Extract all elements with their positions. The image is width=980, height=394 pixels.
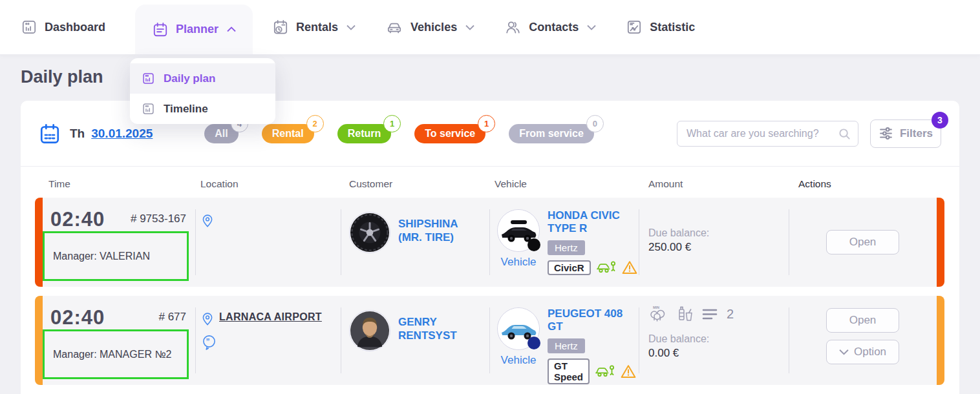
option-button-label: Option xyxy=(854,346,886,358)
vehicle-cell: Vehicle HONDA CIVIC TYPE R Hertz CivicR xyxy=(489,198,639,287)
nav-item-rentals[interactable]: Rentals xyxy=(272,19,356,36)
chip-count-badge: 1 xyxy=(478,115,495,132)
nav-label: Contacts xyxy=(529,21,579,34)
chevron-down-icon xyxy=(839,349,849,355)
chevron-down-icon xyxy=(587,25,596,30)
nav-item-contacts[interactable]: Contacts xyxy=(504,19,596,36)
open-button-label: Open xyxy=(849,314,877,327)
vehicle-color-dot xyxy=(527,238,540,251)
weekday-label: Th xyxy=(70,127,85,141)
column-header-vehicle: Vehicle xyxy=(489,178,639,190)
nav-item-vehicles[interactable]: Vehicles xyxy=(385,19,474,36)
customer-cell: SHIPSHINA (MR. TIRE) xyxy=(341,198,489,287)
table-row: 02:40 # 677 Manager: MANAGER №2 LARNACA … xyxy=(35,296,944,385)
nav-label: Vehicles xyxy=(410,21,457,34)
menu-item-daily-plan[interactable]: Daily plan xyxy=(130,63,275,94)
event-type-stripe xyxy=(35,198,43,287)
plate-badge: GT Speed xyxy=(548,358,590,384)
location-cell: LARNACA AIRPORT ” xyxy=(195,296,341,385)
open-button[interactable]: Open xyxy=(826,308,899,333)
vehicle-link[interactable]: Vehicle xyxy=(501,256,537,269)
nav-label: Dashboard xyxy=(45,21,105,34)
chip-label: From service xyxy=(519,128,584,140)
table-header: Time Location Customer Vehicle Amount Ac… xyxy=(35,178,944,190)
statistic-icon xyxy=(626,19,643,36)
rentals-icon xyxy=(272,19,289,36)
comment-icon[interactable]: ” xyxy=(202,335,217,352)
amount-cell: MIN xyxy=(639,296,789,385)
vehicle-link[interactable]: Vehicle xyxy=(501,354,537,367)
menu-item-label: Timeline xyxy=(164,103,208,116)
actions-cell: Open Option xyxy=(789,296,937,385)
option-button[interactable]: Option xyxy=(826,340,899,364)
company-badge: Hertz xyxy=(548,240,585,255)
balloons-icon: MIN xyxy=(648,305,668,323)
daily-plan-card: Th 30.01.2025 All 4 Rental 2 Return 1 To… xyxy=(21,101,959,394)
customer-avatar-tire[interactable] xyxy=(349,212,390,253)
chip-rental[interactable]: Rental 2 xyxy=(262,124,314,143)
chevron-down-icon xyxy=(465,25,474,30)
planner-icon xyxy=(152,21,169,38)
extras-count: 2 xyxy=(727,307,734,322)
manager-highlight-box: Manager: VALERIAN xyxy=(43,231,189,281)
nav-item-statistic[interactable]: Statistic xyxy=(626,19,695,36)
column-header-customer: Customer xyxy=(341,178,489,190)
customer-cell: GENRY RENTSYST xyxy=(341,296,489,385)
manager-label: Manager: VALERIAN xyxy=(53,251,150,262)
manager-label: Manager: MANAGER №2 xyxy=(53,349,171,360)
chip-label: All xyxy=(215,128,228,140)
search-input[interactable] xyxy=(677,121,858,147)
customer-name-link[interactable]: SHIPSHINA (MR. TIRE) xyxy=(398,217,484,287)
due-balance-label: Due balance: xyxy=(648,227,783,239)
plate-badge: CivicR xyxy=(548,260,591,275)
search-box xyxy=(677,121,858,147)
filters-button[interactable]: Filters 3 xyxy=(870,119,941,148)
plan-rows: 02:40 # 9753-167 Manager: VALERIAN xyxy=(35,198,944,385)
chip-return[interactable]: Return 1 xyxy=(337,124,392,143)
nav-label: Planner xyxy=(176,23,218,36)
service-car-icon xyxy=(595,364,615,378)
event-type-stripe xyxy=(937,198,944,287)
timeline-icon xyxy=(142,102,155,116)
due-balance-label: Due balance: xyxy=(648,333,783,345)
customer-avatar-photo[interactable] xyxy=(349,310,390,351)
nav-item-dashboard[interactable]: Dashboard xyxy=(21,19,105,36)
chip-from-service[interactable]: From service 0 xyxy=(509,124,594,143)
chip-label: To service xyxy=(425,128,475,140)
list-icon xyxy=(701,307,718,321)
company-badge: Hertz xyxy=(548,338,585,353)
open-button-label: Open xyxy=(849,236,877,249)
top-navigation: Dashboard Planner Rentals xyxy=(0,0,980,55)
vehicles-icon xyxy=(385,19,403,36)
location-name-link[interactable]: LARNACA AIRPORT xyxy=(219,310,322,323)
search-icon[interactable] xyxy=(838,127,851,141)
calendar-icon[interactable] xyxy=(39,123,61,145)
chip-all[interactable]: All 4 xyxy=(204,124,238,143)
service-car-icon xyxy=(596,260,617,275)
chevron-down-icon xyxy=(346,25,356,30)
menu-item-timeline[interactable]: Timeline xyxy=(130,94,275,124)
location-cell xyxy=(195,198,341,287)
vehicle-color-dot xyxy=(527,337,540,349)
filter-chips: All 4 Rental 2 Return 1 To service 1 Fro… xyxy=(204,124,594,143)
column-header-amount: Amount xyxy=(639,178,789,190)
daily-plan-icon xyxy=(142,72,155,85)
nav-item-planner[interactable]: Planner xyxy=(135,5,253,54)
svg-text:”: ” xyxy=(206,337,210,346)
event-type-stripe xyxy=(35,296,43,385)
open-button[interactable]: Open xyxy=(826,230,899,254)
date-link[interactable]: 30.01.2025 xyxy=(91,127,153,141)
menu-item-label: Daily plan xyxy=(164,72,215,85)
time-cell: 02:40 # 9753-167 Manager: VALERIAN xyxy=(43,198,195,287)
chip-to-service[interactable]: To service 1 xyxy=(414,124,485,143)
customer-name-link[interactable]: GENRY RENTSYST xyxy=(398,315,484,385)
planner-dropdown-menu: Daily plan Timeline xyxy=(130,58,275,124)
event-type-stripe xyxy=(937,296,944,385)
column-header-location: Location xyxy=(195,178,341,190)
vehicle-name-link[interactable]: HONDA CIVIC TYPE R xyxy=(548,209,637,236)
vehicle-name-link[interactable]: PEUGEOT 408 GT xyxy=(548,307,636,334)
warning-icon xyxy=(622,260,637,275)
time-cell: 02:40 # 677 Manager: MANAGER №2 xyxy=(43,296,195,385)
amount-cell: Due balance: 250.00 € xyxy=(639,198,789,287)
actions-cell: Open xyxy=(789,198,937,287)
